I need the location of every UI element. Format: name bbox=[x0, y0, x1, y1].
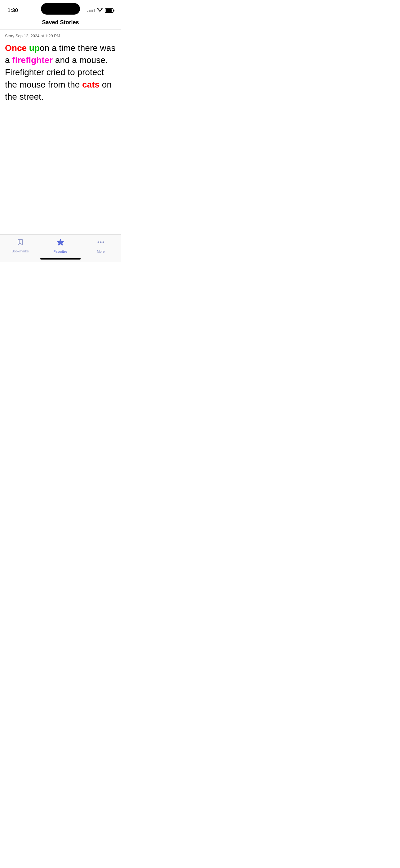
story-text[interactable]: Once upon a time there was a firefighter… bbox=[0, 41, 121, 109]
signal-icon bbox=[87, 9, 95, 12]
tab-bookmarks[interactable]: Bookmarks bbox=[8, 238, 33, 253]
status-bar: 1:30 bbox=[0, 0, 121, 17]
story-word-firefighter: firefighter bbox=[12, 55, 53, 65]
status-icons bbox=[87, 8, 113, 13]
dynamic-island bbox=[41, 3, 80, 14]
svg-point-2 bbox=[98, 242, 99, 243]
story-section: Story Sep 12, 2024 at 1:29 PM Once upon … bbox=[0, 30, 121, 109]
status-time: 1:30 bbox=[7, 7, 18, 14]
story-word-cats: cats bbox=[82, 80, 100, 89]
more-icon bbox=[96, 238, 105, 248]
story-word-up: up bbox=[29, 43, 40, 53]
nav-bar: Saved Stories bbox=[0, 17, 121, 30]
tab-more[interactable]: More bbox=[88, 238, 113, 253]
page-title: Saved Stories bbox=[42, 19, 79, 26]
bookmarks-icon bbox=[16, 238, 24, 248]
wifi-icon bbox=[97, 8, 103, 13]
tab-favorites-label: Favorites bbox=[53, 250, 67, 253]
story-divider bbox=[5, 109, 116, 109]
story-date: Story Sep 12, 2024 at 1:29 PM bbox=[0, 30, 121, 41]
tab-favorites[interactable]: Favorites bbox=[48, 238, 73, 253]
star-icon bbox=[56, 238, 65, 248]
tab-bookmarks-label: Bookmarks bbox=[11, 249, 29, 253]
svg-point-3 bbox=[100, 242, 102, 243]
home-indicator bbox=[40, 258, 80, 259]
svg-marker-1 bbox=[57, 239, 64, 246]
battery-icon bbox=[105, 8, 113, 13]
svg-point-4 bbox=[103, 242, 104, 243]
tab-more-label: More bbox=[97, 250, 104, 253]
story-word-once: Once bbox=[5, 43, 29, 53]
